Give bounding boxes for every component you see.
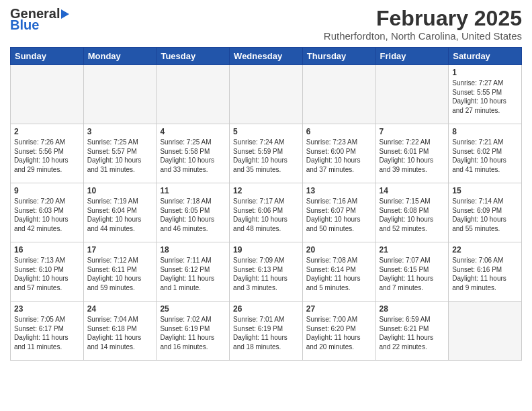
calendar-subtitle: Rutherfordton, North Carolina, United St…	[324, 30, 522, 42]
day-info: Sunrise: 6:59 AM Sunset: 6:21 PM Dayligh…	[380, 315, 445, 351]
day-info: Sunrise: 7:27 AM Sunset: 5:55 PM Dayligh…	[452, 79, 518, 115]
weekday-header-tuesday: Tuesday	[157, 48, 230, 65]
calendar-cell: 9Sunrise: 7:20 AM Sunset: 6:03 PM Daylig…	[11, 183, 84, 242]
calendar-cell: 20Sunrise: 7:08 AM Sunset: 6:14 PM Dayli…	[302, 242, 375, 302]
day-info: Sunrise: 7:18 AM Sunset: 6:05 PM Dayligh…	[160, 197, 226, 233]
day-info: Sunrise: 7:12 AM Sunset: 6:11 PM Dayligh…	[87, 256, 153, 292]
day-info: Sunrise: 7:08 AM Sunset: 6:14 PM Dayligh…	[306, 256, 372, 292]
day-number: 28	[380, 304, 445, 314]
week-row-2: 2Sunrise: 7:26 AM Sunset: 5:56 PM Daylig…	[11, 124, 522, 183]
day-info: Sunrise: 7:11 AM Sunset: 6:12 PM Dayligh…	[160, 256, 226, 292]
week-row-1: 1Sunrise: 7:27 AM Sunset: 5:55 PM Daylig…	[11, 65, 522, 124]
day-info: Sunrise: 7:15 AM Sunset: 6:08 PM Dayligh…	[380, 197, 445, 233]
calendar-cell	[302, 65, 375, 124]
day-number: 18	[160, 245, 226, 255]
logo-blue: Blue	[10, 17, 39, 33]
calendar-cell: 15Sunrise: 7:14 AM Sunset: 6:09 PM Dayli…	[449, 183, 522, 242]
calendar-page: General Blue February 2025 Rutherfordton…	[0, 0, 532, 367]
calendar-cell: 28Sunrise: 6:59 AM Sunset: 6:21 PM Dayli…	[375, 302, 449, 361]
week-row-3: 9Sunrise: 7:20 AM Sunset: 6:03 PM Daylig…	[11, 183, 522, 242]
day-number: 8	[452, 127, 518, 136]
calendar-cell: 27Sunrise: 7:00 AM Sunset: 6:20 PM Dayli…	[302, 302, 375, 361]
calendar-cell: 12Sunrise: 7:17 AM Sunset: 6:06 PM Dayli…	[230, 183, 303, 242]
logo: General Blue	[10, 7, 69, 33]
day-info: Sunrise: 7:04 AM Sunset: 6:18 PM Dayligh…	[87, 315, 153, 351]
weekday-header-friday: Friday	[375, 48, 449, 65]
weekday-header-saturday: Saturday	[449, 48, 522, 65]
day-number: 10	[87, 186, 153, 195]
day-info: Sunrise: 7:19 AM Sunset: 6:04 PM Dayligh…	[87, 197, 153, 233]
calendar-table: SundayMondayTuesdayWednesdayThursdayFrid…	[10, 47, 522, 361]
weekday-header-row: SundayMondayTuesdayWednesdayThursdayFrid…	[11, 48, 522, 65]
calendar-cell: 21Sunrise: 7:07 AM Sunset: 6:15 PM Dayli…	[375, 242, 449, 302]
day-number: 19	[233, 245, 299, 255]
day-info: Sunrise: 7:22 AM Sunset: 6:01 PM Dayligh…	[380, 138, 445, 174]
day-number: 27	[306, 304, 372, 314]
day-info: Sunrise: 7:02 AM Sunset: 6:19 PM Dayligh…	[160, 315, 226, 351]
day-number: 12	[233, 186, 299, 195]
day-info: Sunrise: 7:26 AM Sunset: 5:56 PM Dayligh…	[14, 138, 80, 174]
calendar-cell: 17Sunrise: 7:12 AM Sunset: 6:11 PM Dayli…	[83, 242, 157, 302]
calendar-cell: 23Sunrise: 7:05 AM Sunset: 6:17 PM Dayli…	[11, 302, 84, 361]
day-number: 23	[14, 304, 80, 314]
day-number: 3	[87, 127, 153, 136]
day-number: 13	[306, 186, 372, 195]
calendar-cell: 19Sunrise: 7:09 AM Sunset: 6:13 PM Dayli…	[230, 242, 303, 302]
day-number: 26	[233, 304, 299, 314]
weekday-header-wednesday: Wednesday	[230, 48, 303, 65]
title-block: February 2025 Rutherfordton, North Carol…	[324, 7, 522, 42]
day-info: Sunrise: 7:24 AM Sunset: 5:59 PM Dayligh…	[233, 138, 299, 174]
day-info: Sunrise: 7:01 AM Sunset: 6:19 PM Dayligh…	[233, 315, 299, 351]
weekday-header-monday: Monday	[83, 48, 157, 65]
calendar-cell: 24Sunrise: 7:04 AM Sunset: 6:18 PM Dayli…	[83, 302, 157, 361]
day-info: Sunrise: 7:06 AM Sunset: 6:16 PM Dayligh…	[452, 256, 518, 292]
day-info: Sunrise: 7:21 AM Sunset: 6:02 PM Dayligh…	[452, 138, 518, 174]
calendar-cell: 7Sunrise: 7:22 AM Sunset: 6:01 PM Daylig…	[375, 124, 449, 183]
calendar-cell: 8Sunrise: 7:21 AM Sunset: 6:02 PM Daylig…	[449, 124, 522, 183]
day-info: Sunrise: 7:25 AM Sunset: 5:58 PM Dayligh…	[160, 138, 226, 174]
day-number: 25	[160, 304, 226, 314]
day-number: 1	[452, 68, 518, 77]
logo-arrow-icon	[61, 9, 69, 19]
calendar-cell: 3Sunrise: 7:25 AM Sunset: 5:57 PM Daylig…	[83, 124, 157, 183]
calendar-cell: 25Sunrise: 7:02 AM Sunset: 6:19 PM Dayli…	[157, 302, 230, 361]
day-info: Sunrise: 7:00 AM Sunset: 6:20 PM Dayligh…	[306, 315, 372, 351]
calendar-cell	[157, 65, 230, 124]
day-number: 4	[160, 127, 226, 136]
day-number: 2	[14, 127, 80, 136]
day-info: Sunrise: 7:16 AM Sunset: 6:07 PM Dayligh…	[306, 197, 372, 233]
day-number: 5	[233, 127, 299, 136]
day-info: Sunrise: 7:09 AM Sunset: 6:13 PM Dayligh…	[233, 256, 299, 292]
calendar-cell: 2Sunrise: 7:26 AM Sunset: 5:56 PM Daylig…	[11, 124, 84, 183]
calendar-cell	[230, 65, 303, 124]
calendar-cell: 26Sunrise: 7:01 AM Sunset: 6:19 PM Dayli…	[230, 302, 303, 361]
calendar-cell	[11, 65, 84, 124]
day-number: 15	[452, 186, 518, 195]
calendar-cell	[375, 65, 449, 124]
calendar-cell: 4Sunrise: 7:25 AM Sunset: 5:58 PM Daylig…	[157, 124, 230, 183]
calendar-cell: 1Sunrise: 7:27 AM Sunset: 5:55 PM Daylig…	[449, 65, 522, 124]
day-info: Sunrise: 7:05 AM Sunset: 6:17 PM Dayligh…	[14, 315, 80, 351]
calendar-cell: 11Sunrise: 7:18 AM Sunset: 6:05 PM Dayli…	[157, 183, 230, 242]
day-info: Sunrise: 7:07 AM Sunset: 6:15 PM Dayligh…	[380, 256, 445, 292]
week-row-5: 23Sunrise: 7:05 AM Sunset: 6:17 PM Dayli…	[11, 302, 522, 361]
day-info: Sunrise: 7:13 AM Sunset: 6:10 PM Dayligh…	[14, 256, 80, 292]
calendar-cell	[83, 65, 157, 124]
day-number: 14	[380, 186, 445, 195]
calendar-cell: 5Sunrise: 7:24 AM Sunset: 5:59 PM Daylig…	[230, 124, 303, 183]
calendar-cell: 22Sunrise: 7:06 AM Sunset: 6:16 PM Dayli…	[449, 242, 522, 302]
calendar-cell: 16Sunrise: 7:13 AM Sunset: 6:10 PM Dayli…	[11, 242, 84, 302]
day-number: 24	[87, 304, 153, 314]
day-number: 17	[87, 245, 153, 255]
header: General Blue February 2025 Rutherfordton…	[10, 7, 522, 42]
day-number: 7	[380, 127, 445, 136]
day-number: 9	[14, 186, 80, 195]
day-number: 22	[452, 245, 518, 255]
day-number: 16	[14, 245, 80, 255]
calendar-cell: 6Sunrise: 7:23 AM Sunset: 6:00 PM Daylig…	[302, 124, 375, 183]
calendar-cell: 14Sunrise: 7:15 AM Sunset: 6:08 PM Dayli…	[375, 183, 449, 242]
calendar-title: February 2025	[324, 7, 522, 30]
day-info: Sunrise: 7:17 AM Sunset: 6:06 PM Dayligh…	[233, 197, 299, 233]
day-info: Sunrise: 7:14 AM Sunset: 6:09 PM Dayligh…	[452, 197, 518, 233]
day-number: 11	[160, 186, 226, 195]
